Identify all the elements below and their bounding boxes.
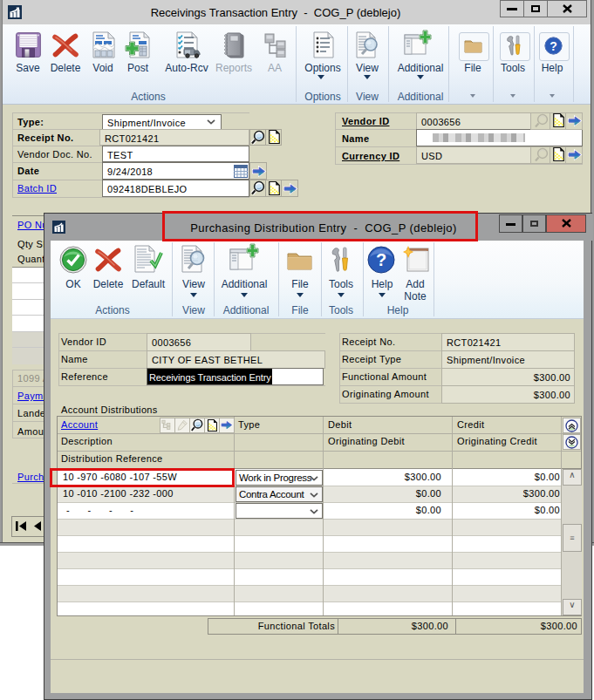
- svg-text:?: ?: [550, 39, 557, 53]
- svg-text:?: ?: [376, 250, 386, 269]
